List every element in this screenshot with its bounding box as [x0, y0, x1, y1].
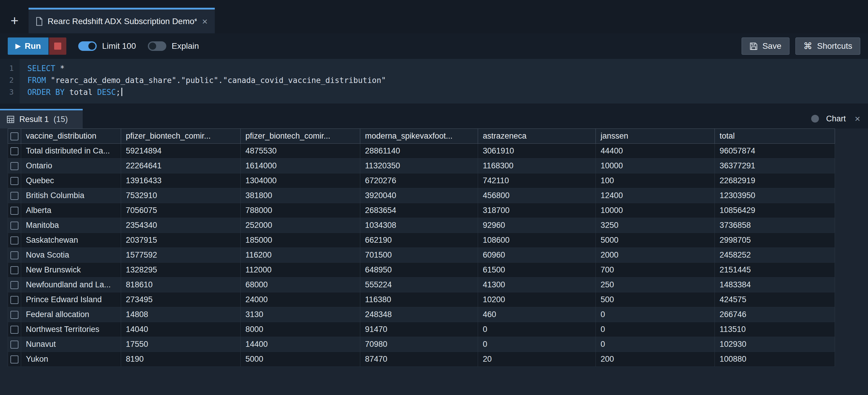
table-cell[interactable]: 1483384 [715, 277, 835, 293]
row-checkbox[interactable] [10, 162, 19, 170]
table-cell[interactable]: 0 [478, 322, 596, 337]
table-cell[interactable]: 788000 [241, 203, 360, 218]
table-cell[interactable]: 10856429 [715, 203, 835, 218]
table-cell[interactable]: 1304000 [241, 174, 360, 188]
table-cell[interactable]: 662190 [360, 233, 478, 248]
table-cell[interactable]: 100880 [715, 352, 835, 367]
table-cell[interactable]: 96057874 [715, 144, 835, 158]
table-cell[interactable]: Federal allocation [21, 307, 121, 322]
table-cell[interactable]: 36377291 [715, 158, 835, 174]
row-select-cell[interactable] [8, 307, 21, 322]
table-cell[interactable]: 700 [596, 263, 715, 277]
table-cell[interactable]: 701500 [360, 248, 478, 263]
row-checkbox[interactable] [10, 340, 19, 348]
table-cell[interactable]: 0 [596, 337, 715, 352]
row-checkbox[interactable] [10, 251, 19, 260]
table-row[interactable]: Prince Edward Island27349524000116380102… [8, 293, 835, 307]
table-cell[interactable]: 1034308 [360, 218, 478, 233]
row-checkbox[interactable] [10, 296, 19, 304]
table-cell[interactable]: 3736858 [715, 218, 835, 233]
chart-label[interactable]: Chart [826, 114, 846, 123]
stop-button[interactable] [49, 37, 66, 55]
table-cell[interactable]: 6720276 [360, 174, 478, 188]
table-cell[interactable]: 200 [596, 352, 715, 367]
column-header[interactable]: pfizer_biontech_comir... [241, 129, 360, 144]
table-row[interactable]: Nova Scotia15775921162007015006096020002… [8, 248, 835, 263]
table-cell[interactable]: 8000 [241, 322, 360, 337]
row-select-cell[interactable] [8, 277, 21, 293]
row-select-cell[interactable] [8, 263, 21, 277]
row-checkbox[interactable] [10, 356, 19, 363]
table-cell[interactable]: 266746 [715, 307, 835, 322]
row-checkbox[interactable] [10, 177, 19, 185]
query-tab[interactable]: Rearc Redshift ADX Subscription Demo* × [29, 8, 215, 33]
table-row[interactable]: Yukon819050008747020200100880 [8, 352, 835, 367]
table-cell[interactable]: 818610 [121, 277, 241, 293]
table-cell[interactable]: Total distributed in Ca... [21, 144, 121, 158]
table-cell[interactable]: 12303950 [715, 188, 835, 203]
table-cell[interactable]: 59214894 [121, 144, 241, 158]
table-cell[interactable]: Manitoba [21, 218, 121, 233]
table-cell[interactable]: Quebec [21, 174, 121, 188]
table-cell[interactable]: 17550 [121, 337, 241, 352]
table-cell[interactable]: 68000 [241, 277, 360, 293]
table-cell[interactable]: 742110 [478, 174, 596, 188]
table-cell[interactable]: 248348 [360, 307, 478, 322]
table-cell[interactable]: 1168300 [478, 158, 596, 174]
column-header[interactable]: janssen [596, 129, 715, 144]
table-cell[interactable]: Prince Edward Island [21, 293, 121, 307]
table-cell[interactable]: 100 [596, 174, 715, 188]
table-cell[interactable]: Nunavut [21, 337, 121, 352]
table-cell[interactable]: New Brunswick [21, 263, 121, 277]
table-cell[interactable]: 3061910 [478, 144, 596, 158]
row-select-cell[interactable] [8, 233, 21, 248]
row-select-cell[interactable] [8, 144, 21, 158]
table-cell[interactable]: 3920040 [360, 188, 478, 203]
table-cell[interactable]: 0 [478, 337, 596, 352]
row-select-cell[interactable] [8, 248, 21, 263]
table-cell[interactable]: 2354340 [121, 218, 241, 233]
table-cell[interactable]: 14040 [121, 322, 241, 337]
table-cell[interactable]: 24000 [241, 293, 360, 307]
table-cell[interactable]: 10000 [596, 158, 715, 174]
table-cell[interactable]: 22264641 [121, 158, 241, 174]
save-button[interactable]: Save [742, 37, 789, 55]
code-line[interactable]: SELECT * [27, 62, 868, 74]
shortcuts-button[interactable]: ⌘ Shortcuts [796, 37, 860, 55]
table-cell[interactable]: 22682919 [715, 174, 835, 188]
table-cell[interactable]: 13916433 [121, 174, 241, 188]
table-row[interactable]: Saskatchewan2037915185000662190108600500… [8, 233, 835, 248]
table-row[interactable]: British Columbia753291038180039200404568… [8, 188, 835, 203]
table-cell[interactable]: 4875530 [241, 144, 360, 158]
table-cell[interactable]: Northwest Territories [21, 322, 121, 337]
table-row[interactable]: New Brunswick132829511200064895061500700… [8, 263, 835, 277]
table-cell[interactable]: British Columbia [21, 188, 121, 203]
table-cell[interactable]: 102930 [715, 337, 835, 352]
table-cell[interactable]: 500 [596, 293, 715, 307]
row-checkbox[interactable] [10, 192, 19, 200]
table-cell[interactable]: 2683654 [360, 203, 478, 218]
column-header[interactable]: moderna_spikevaxfoot... [360, 129, 478, 144]
table-cell[interactable]: 318700 [478, 203, 596, 218]
column-header[interactable]: astrazeneca [478, 129, 596, 144]
table-cell[interactable]: Nova Scotia [21, 248, 121, 263]
row-select-cell[interactable] [8, 158, 21, 174]
table-cell[interactable]: 60960 [478, 248, 596, 263]
row-select-cell[interactable] [8, 293, 21, 307]
chart-toggle-icon[interactable] [811, 115, 819, 123]
table-cell[interactable]: 1614000 [241, 158, 360, 174]
table-cell[interactable]: 185000 [241, 233, 360, 248]
table-row[interactable]: Northwest Territories1404080009147000113… [8, 322, 835, 337]
results-close-icon[interactable]: × [855, 113, 860, 124]
table-row[interactable]: Total distributed in Ca...59214894487553… [8, 144, 835, 158]
table-cell[interactable]: 1328295 [121, 263, 241, 277]
row-select-cell[interactable] [8, 203, 21, 218]
code-line[interactable]: ORDER BY total DESC; [27, 86, 868, 98]
table-cell[interactable]: 92960 [478, 218, 596, 233]
table-cell[interactable]: 456800 [478, 188, 596, 203]
table-cell[interactable]: 116380 [360, 293, 478, 307]
code-line[interactable]: FROM "rearc_adx_demo_data_share"."public… [27, 74, 868, 86]
table-cell[interactable]: 112000 [241, 263, 360, 277]
sql-code-lines[interactable]: SELECT *FROM "rearc_adx_demo_data_share"… [20, 59, 868, 103]
table-cell[interactable]: Newfoundland and La... [21, 277, 121, 293]
